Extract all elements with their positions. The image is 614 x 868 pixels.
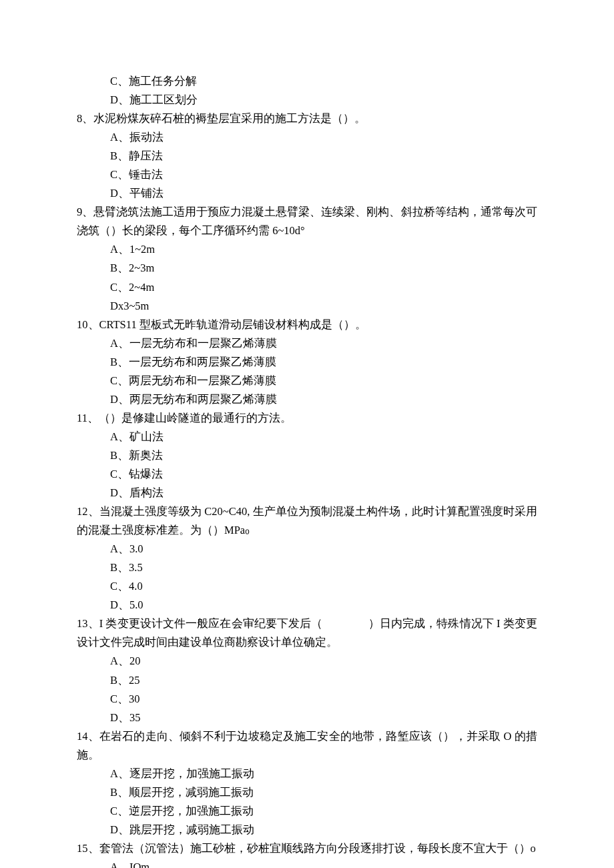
option-item: B、一层无纺布和两层聚乙烯薄膜	[110, 353, 537, 372]
option-item: B、3.5	[110, 558, 537, 577]
option-item: C、逆层开挖，加强施工振动	[110, 802, 537, 821]
question-block: 10、CRTS11 型板式无昨轨道滑动层铺设材料构成是（）。 A、一层无纺布和一…	[77, 316, 537, 409]
option-item: A、IOm	[110, 858, 537, 868]
option-item: D、跳层开挖，减弱施工振动	[110, 821, 537, 839]
question-stem: 14、在岩石的走向、倾斜不利于边坡稳定及施工安全的地带，路堑应该（），并采取 O…	[77, 727, 537, 765]
question-stem: 12、当混凝土强度等级为 C20~C40, 生产单位为预制混凝土构件场，此时计算…	[77, 502, 537, 540]
question-stem: 15、套管法（沉管法）施工砂桩，砂桩宜顺线路方向分段逐排打设，每段长度不宜大于（…	[77, 839, 537, 858]
question-block: 12、当混凝土强度等级为 C20~C40, 生产单位为预制混凝土构件场，此时计算…	[77, 502, 537, 614]
option-item: A、振动法	[110, 128, 537, 147]
options-list: C、施工任务分解 D、施工工区划分	[77, 72, 537, 109]
question-block: 8、水泥粉煤灰碎石桩的褥垫层宜采用的施工方法是（）。 A、振动法 B、静压法 C…	[77, 109, 537, 203]
options-list: A、矿山法 B、新奥法 C、钻爆法 D、盾构法	[77, 428, 537, 502]
option-item: B、新奥法	[110, 446, 537, 465]
option-item: D、5.0	[110, 596, 537, 614]
question-block: 9、悬臂浇筑法施工适用于预应力混凝土悬臂梁、连续梁、刚构、斜拉桥等结构，通常每次…	[77, 203, 537, 315]
options-list: A、20 B、25 C、30 D、35	[77, 652, 537, 727]
option-item: B、2~3m	[110, 259, 537, 278]
option-item: D、施工工区划分	[110, 91, 537, 109]
option-item: A、一层无纺布和一层聚乙烯薄膜	[110, 334, 537, 353]
option-item: C、30	[110, 690, 537, 709]
question-block: C、施工任务分解 D、施工工区划分	[77, 72, 537, 109]
option-item: Dx3~5m	[110, 297, 537, 316]
question-block: 14、在岩石的走向、倾斜不利于边坡稳定及施工安全的地带，路堑应该（），并采取 O…	[77, 727, 537, 839]
option-item: C、施工任务分解	[110, 72, 537, 91]
document-page: C、施工任务分解 D、施工工区划分 8、水泥粉煤灰碎石桩的褥垫层宜采用的施工方法…	[0, 0, 614, 868]
option-item: B、顺层开挖，减弱施工振动	[110, 783, 537, 802]
question-block: 11、（）是修建山岭隧道的最通行的方法。 A、矿山法 B、新奥法 C、钻爆法 D…	[77, 409, 537, 502]
option-item: D、两层无纺布和两层聚乙烯薄膜	[110, 390, 537, 409]
options-list: A、振动法 B、静压法 C、锤击法 D、平铺法	[77, 128, 537, 203]
option-item: A、3.0	[110, 540, 537, 558]
option-item: D、35	[110, 709, 537, 727]
question-stem: 13、I 类变更设计文件一般应在会审纪要下发后（ ）日内完成，特殊情况下 I 类…	[77, 614, 537, 652]
question-stem: 11、（）是修建山岭隧道的最通行的方法。	[77, 409, 537, 428]
option-item: A、1~2m	[110, 240, 537, 259]
option-item: C、锤击法	[110, 165, 537, 184]
option-item: C、钻爆法	[110, 465, 537, 484]
option-item: C、4.0	[110, 577, 537, 596]
question-block: 15、套管法（沉管法）施工砂桩，砂桩宜顺线路方向分段逐排打设，每段长度不宜大于（…	[77, 839, 537, 868]
option-item: B、25	[110, 671, 537, 690]
question-block: 13、I 类变更设计文件一般应在会审纪要下发后（ ）日内完成，特殊情况下 I 类…	[77, 614, 537, 727]
option-item: C、2~4m	[110, 278, 537, 297]
options-list: A、3.0 B、3.5 C、4.0 D、5.0	[77, 540, 537, 614]
options-list: A、1~2m B、2~3m C、2~4m Dx3~5m	[77, 240, 537, 315]
question-stem: 9、悬臂浇筑法施工适用于预应力混凝土悬臂梁、连续梁、刚构、斜拉桥等结构，通常每次…	[77, 203, 537, 240]
option-item: A、矿山法	[110, 428, 537, 446]
options-list: A、一层无纺布和一层聚乙烯薄膜 B、一层无纺布和两层聚乙烯薄膜 C、两层无纺布和…	[77, 334, 537, 409]
option-item: C、两层无纺布和一层聚乙烯薄膜	[110, 372, 537, 390]
options-list: A、逐层开挖，加强施工振动 B、顺层开挖，减弱施工振动 C、逆层开挖，加强施工振…	[77, 765, 537, 839]
option-item: D、盾构法	[110, 484, 537, 502]
option-item: A、20	[110, 652, 537, 671]
option-item: B、静压法	[110, 147, 537, 165]
option-item: A、逐层开挖，加强施工振动	[110, 765, 537, 783]
question-stem: 8、水泥粉煤灰碎石桩的褥垫层宜采用的施工方法是（）。	[77, 109, 537, 128]
option-item: D、平铺法	[110, 184, 537, 203]
options-list: A、IOm	[77, 858, 537, 868]
question-stem: 10、CRTS11 型板式无昨轨道滑动层铺设材料构成是（）。	[77, 316, 537, 334]
